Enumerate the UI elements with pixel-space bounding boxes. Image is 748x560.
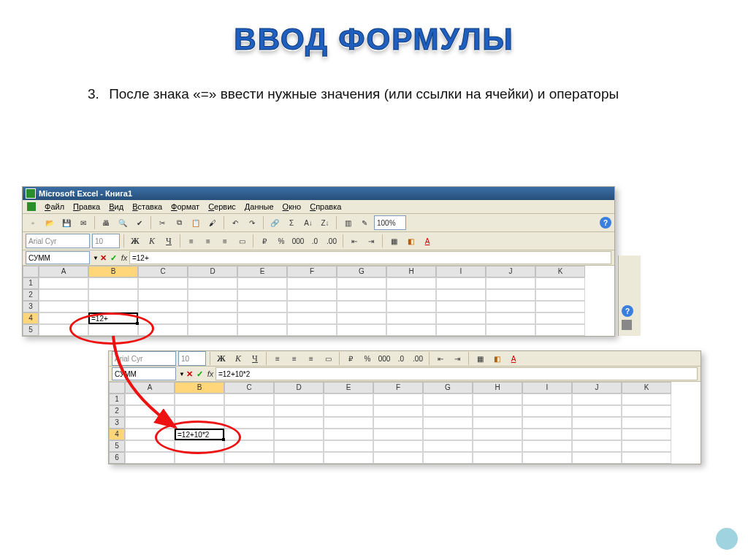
menu-file[interactable]: Файл (45, 202, 64, 211)
cell[interactable] (535, 289, 585, 301)
cell[interactable] (373, 440, 423, 452)
cell[interactable] (88, 324, 138, 336)
formula-input[interactable]: =12+10*2 (215, 367, 698, 380)
size-box[interactable]: 10 (92, 234, 120, 248)
cell[interactable] (324, 405, 373, 417)
align-right-icon[interactable]: ≡ (304, 351, 318, 366)
cell[interactable] (138, 301, 188, 312)
cell[interactable] (522, 405, 572, 417)
dec-indent-icon[interactable]: ⇤ (433, 351, 448, 366)
col-header[interactable]: H (473, 382, 522, 394)
cancel-icon[interactable]: ✕ (99, 253, 109, 263)
cell[interactable] (125, 417, 175, 429)
inc-indent-icon[interactable]: ⇥ (450, 351, 465, 366)
cell[interactable] (237, 289, 287, 301)
zoom-box[interactable]: 100% (374, 215, 406, 230)
open-icon[interactable]: 📂 (42, 215, 57, 230)
cell[interactable] (237, 312, 287, 324)
col-header[interactable]: B (175, 382, 224, 394)
fill-color-icon[interactable]: ◧ (403, 234, 418, 248)
cell[interactable] (473, 394, 522, 405)
cell[interactable] (125, 452, 175, 464)
cell[interactable] (188, 277, 237, 289)
cell[interactable] (175, 394, 224, 405)
fill-color-icon[interactable]: ◧ (489, 351, 504, 366)
row-header[interactable]: 2 (23, 289, 39, 301)
row-header[interactable]: 2 (109, 405, 125, 417)
bold-button[interactable]: Ж (214, 351, 229, 366)
redo-icon[interactable]: ↷ (245, 215, 259, 230)
cell[interactable] (224, 440, 274, 452)
preview-icon[interactable]: 🔍 (115, 215, 130, 230)
cell[interactable] (386, 324, 436, 336)
size-box[interactable]: 10 (178, 351, 206, 366)
align-right-icon[interactable]: ≡ (218, 234, 232, 248)
cell[interactable] (274, 394, 324, 405)
cell[interactable] (39, 301, 88, 312)
cell[interactable] (572, 440, 622, 452)
help-icon[interactable]: ? (600, 217, 611, 229)
col-header[interactable]: I (436, 266, 486, 277)
cell[interactable] (436, 277, 486, 289)
cell[interactable] (436, 324, 486, 336)
thousands-icon[interactable]: 000 (377, 351, 392, 366)
cell[interactable] (337, 289, 386, 301)
cell[interactable] (138, 289, 188, 301)
cell[interactable] (125, 405, 175, 417)
cell[interactable] (188, 324, 237, 336)
col-header[interactable]: A (125, 382, 175, 394)
paste-icon[interactable]: 📋 (188, 215, 203, 230)
grid[interactable]: ABCDEFGHIJK1234=12+5 (23, 266, 614, 336)
cell[interactable] (622, 417, 671, 429)
cell[interactable] (324, 440, 373, 452)
menu-help[interactable]: Справка (310, 202, 341, 211)
cell[interactable] (125, 394, 175, 405)
align-left-icon[interactable]: ≡ (270, 351, 285, 366)
col-header[interactable]: E (237, 266, 287, 277)
cell[interactable] (373, 417, 423, 429)
cell[interactable] (175, 405, 224, 417)
underline-button[interactable]: Ч (248, 351, 262, 366)
currency-icon[interactable]: ₽ (343, 351, 358, 366)
cell[interactable] (224, 405, 274, 417)
cell[interactable] (287, 289, 337, 301)
cell[interactable] (274, 417, 324, 429)
cell[interactable] (125, 429, 175, 440)
cell[interactable] (486, 301, 535, 312)
autosum-icon[interactable]: Σ (284, 215, 299, 230)
cell[interactable] (423, 440, 473, 452)
cell[interactable] (486, 324, 535, 336)
new-icon[interactable]: ▫ (26, 215, 40, 230)
cell[interactable] (237, 277, 287, 289)
cell[interactable] (175, 417, 224, 429)
cell[interactable] (373, 405, 423, 417)
row-header[interactable]: 3 (23, 301, 39, 312)
menu-edit[interactable]: Правка (73, 202, 100, 211)
cell[interactable] (622, 440, 671, 452)
cell[interactable] (274, 452, 324, 464)
cell[interactable] (373, 429, 423, 440)
cell[interactable] (224, 429, 274, 440)
cell[interactable] (274, 429, 324, 440)
cell[interactable] (337, 277, 386, 289)
italic-button[interactable]: К (231, 351, 245, 366)
col-header[interactable]: J (572, 382, 622, 394)
cell[interactable] (436, 312, 486, 324)
cell[interactable] (88, 277, 138, 289)
cell[interactable] (237, 324, 287, 336)
cell[interactable] (386, 277, 436, 289)
col-header[interactable]: B (88, 266, 138, 277)
cell[interactable] (324, 429, 373, 440)
col-header[interactable]: C (138, 266, 188, 277)
col-header[interactable]: K (535, 266, 585, 277)
cell[interactable]: =12+ (88, 312, 138, 324)
cell[interactable] (473, 429, 522, 440)
drawing-icon[interactable]: ✎ (357, 215, 372, 230)
cell[interactable] (572, 452, 622, 464)
inc-dec-icon[interactable]: .0 (308, 234, 322, 248)
cell[interactable] (39, 289, 88, 301)
dec-indent-icon[interactable]: ⇤ (347, 234, 362, 248)
cell[interactable] (88, 289, 138, 301)
print-icon[interactable]: 🖶 (99, 215, 113, 230)
cell[interactable] (287, 301, 337, 312)
